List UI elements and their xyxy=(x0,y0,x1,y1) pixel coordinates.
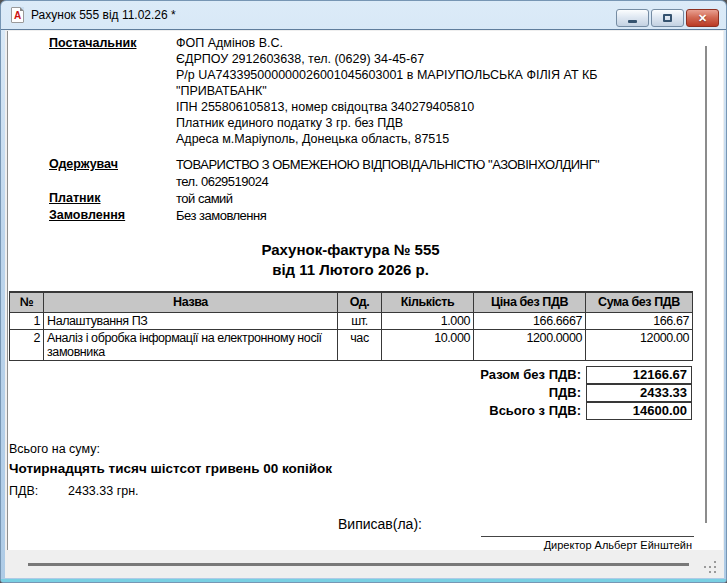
close-button[interactable]: ✕ xyxy=(686,9,719,27)
col-header-qty: Кількість xyxy=(382,292,474,312)
supplier-line: Адреса м.Маріуполь, Донецька область, 87… xyxy=(176,131,598,147)
receiver-line: тел. 0629519024 xyxy=(176,173,599,190)
col-header-sum: Сума без ПДВ xyxy=(586,292,693,312)
payer-label: Платник xyxy=(49,191,101,205)
invoice-window: A Рахунок 555 від 11.02.26 * ✕ Постачаль… xyxy=(0,0,727,583)
item-qty: 1.000 xyxy=(382,312,474,329)
item-qty: 10.000 xyxy=(382,329,474,360)
horizontal-scrollbar[interactable] xyxy=(28,563,689,566)
order-label: Замовлення xyxy=(49,208,125,222)
item-name: Налаштування ПЗ xyxy=(44,312,338,329)
app-icon: A xyxy=(11,7,24,23)
receiver-line: ТОВАРИСТВО З ОБМЕЖЕНОЮ ВІДПОВІДАЛЬНІСТЮ … xyxy=(176,156,599,173)
order-value: Без замовлення xyxy=(176,208,266,223)
restore-icon xyxy=(663,14,672,22)
items-table: № Назва Од. Кількість Ціна без ПДВ Сума … xyxy=(9,291,693,361)
resize-grip[interactable] xyxy=(704,566,706,568)
grand-total-value: 14600.00 xyxy=(586,402,692,420)
col-header-name: Назва xyxy=(44,292,338,312)
total-sum-label: Всього на суму: xyxy=(9,442,100,456)
item-sum: 12000.00 xyxy=(586,329,693,360)
supplier-details: ФОП Адмінов В.С. ЄДРПОУ 2912603638, тел.… xyxy=(176,35,598,147)
minimize-icon xyxy=(628,20,637,23)
vertical-scrollbar[interactable] xyxy=(705,46,707,523)
signature-line xyxy=(481,536,694,537)
invoice-title: Рахунок-фактура № 555 від 11 Лютого 2026… xyxy=(9,240,692,280)
invoice-page: Постачальник ФОП Адмінов В.С. ЄДРПОУ 291… xyxy=(7,31,723,550)
col-header-num: № xyxy=(10,292,44,312)
item-unit: час xyxy=(338,329,382,360)
subtotal-label: Разом без ПДВ: xyxy=(259,366,581,384)
titlebar[interactable]: A Рахунок 555 від 11.02.26 * ✕ xyxy=(1,1,726,30)
supplier-line: ЄДРПОУ 2912603638, тел. (0629) 34-45-67 xyxy=(176,51,598,67)
item-price: 166.6667 xyxy=(474,312,586,329)
item-unit: шт. xyxy=(338,312,382,329)
signer-name: Директор Альберт Ейнштейн xyxy=(481,539,694,551)
window-title: Рахунок 555 від 11.02.26 * xyxy=(31,8,176,22)
vat-amount-label: ПДВ: xyxy=(9,484,38,498)
item-name: Аналіз і обробка інформації на електронн… xyxy=(44,329,338,360)
totals-row-grand: Всього з ПДВ: 14600.00 xyxy=(9,402,692,420)
vat-amount-value: 2433.33 грн. xyxy=(68,484,139,498)
supplier-line: Р/р UA743395000000026001045603001 в МАРІ… xyxy=(176,67,598,83)
invoice-title-date: від 11 Лютого 2026 р. xyxy=(9,260,692,280)
receiver-details: ТОВАРИСТВО З ОБМЕЖЕНОЮ ВІДПОВІДАЛЬНІСТЮ … xyxy=(176,156,599,190)
vat-total-value: 2433.33 xyxy=(586,384,692,402)
table-header-row: № Назва Од. Кількість Ціна без ПДВ Сума … xyxy=(10,292,693,312)
totals-row-subtotal: Разом без ПДВ: 12166.67 xyxy=(9,366,692,384)
col-header-price: Ціна без ПДВ xyxy=(474,292,586,312)
supplier-line: Платник единого податку 3 гр. без ПДВ xyxy=(176,115,598,131)
item-sum: 166.67 xyxy=(586,312,693,329)
receiver-label: Одержувач xyxy=(49,157,118,171)
totals-row-vat: ПДВ: 2433.33 xyxy=(9,384,692,402)
supplier-line: ІПН 255806105813, номер свідоцтва 340279… xyxy=(176,99,598,115)
total-sum-words: Чотирнадцять тисяч шістсот гривень 00 ко… xyxy=(9,461,332,476)
restore-button[interactable] xyxy=(651,9,684,27)
col-header-unit: Од. xyxy=(338,292,382,312)
payer-value: той самий xyxy=(176,191,233,206)
grand-total-label: Всього з ПДВ: xyxy=(259,402,581,420)
window-controls: ✕ xyxy=(616,9,719,27)
item-num: 2 xyxy=(10,329,44,360)
table-row: 2 Аналіз і обробка інформації на електро… xyxy=(10,329,693,360)
invoice-title-number: Рахунок-фактура № 555 xyxy=(9,240,692,260)
vat-total-label: ПДВ: xyxy=(259,384,581,402)
item-num: 1 xyxy=(10,312,44,329)
subtotal-value: 12166.67 xyxy=(586,366,692,384)
issued-by-label: Виписав(ла): xyxy=(338,516,422,532)
minimize-button[interactable] xyxy=(616,9,649,27)
supplier-line: "ПРИВАТБАНК" xyxy=(176,83,598,99)
item-price: 1200.0000 xyxy=(474,329,586,360)
close-icon: ✕ xyxy=(698,12,707,25)
supplier-label: Постачальник xyxy=(49,36,137,50)
supplier-line: ФОП Адмінов В.С. xyxy=(176,35,598,51)
table-row: 1 Налаштування ПЗ шт. 1.000 166.6667 166… xyxy=(10,312,693,329)
